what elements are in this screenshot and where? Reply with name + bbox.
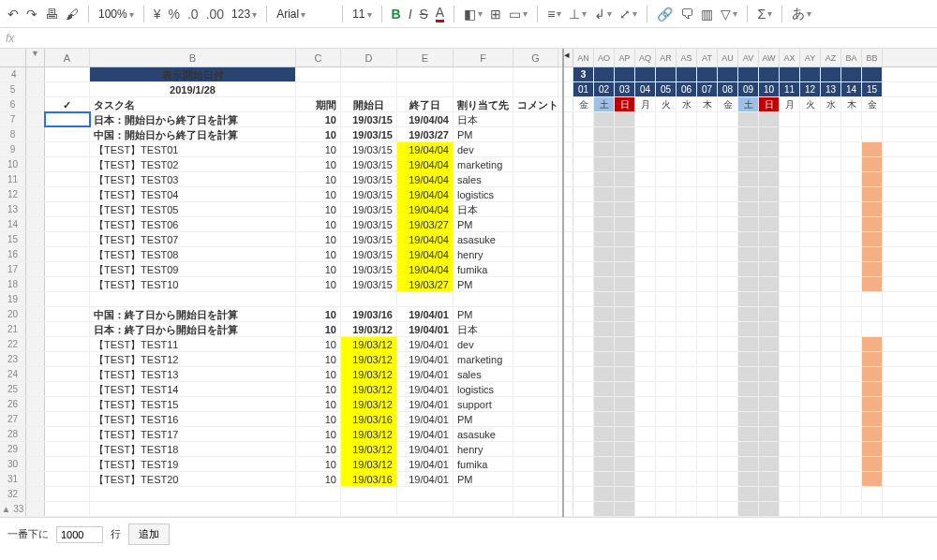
gantt-cell[interactable] [862,127,883,141]
formula-bar[interactable]: fx [0,28,937,49]
h-align-button[interactable]: ≡▾ [547,7,561,22]
period-cell[interactable]: 10 [296,427,341,441]
task-cell[interactable]: 【TEST】TEST06 [90,217,296,231]
gantt-cell[interactable] [780,277,800,291]
gantt-cell[interactable] [759,112,780,126]
comment-cell[interactable] [513,322,558,336]
col-header[interactable]: AO [594,49,615,66]
gantt-cell[interactable] [800,382,821,396]
assign-cell[interactable]: 日本 [454,322,513,336]
gantt-cell[interactable] [862,172,883,186]
gantt-cell[interactable] [821,247,841,261]
gantt-cell[interactable] [821,187,841,201]
assign-cell[interactable]: asasuke [454,427,513,441]
assign-cell[interactable]: fumika [454,262,513,276]
gantt-cell[interactable] [738,427,759,441]
gantt-cell[interactable] [615,187,635,201]
gantt-cell[interactable] [738,247,759,261]
cell[interactable] [45,277,90,291]
gantt-cell[interactable] [759,412,780,426]
gantt-cell[interactable] [718,427,738,441]
comment-cell[interactable] [513,427,558,441]
gantt-cell[interactable] [780,187,800,201]
gantt-cell[interactable] [821,337,841,351]
gantt-cell[interactable] [800,472,821,486]
start-date-cell[interactable]: 19/03/12 [341,427,397,441]
gantt-cell[interactable] [656,322,677,336]
gantt-cell[interactable] [841,217,862,231]
gantt-cell[interactable] [780,247,800,261]
gantt-cell[interactable] [780,472,800,486]
gantt-cell[interactable] [677,112,697,126]
redo-icon[interactable]: ↷ [26,7,37,22]
row-header[interactable]: 8 [0,127,26,141]
gantt-cell[interactable] [573,217,594,231]
gantt-cell[interactable] [615,232,635,246]
comment-cell[interactable] [513,127,558,141]
comment-cell[interactable] [513,307,558,321]
gantt-cell[interactable] [718,307,738,321]
period-cell[interactable]: 10 [296,412,341,426]
gantt-cell[interactable] [594,367,615,381]
gantt-cell[interactable] [635,157,656,171]
gantt-cell[interactable] [594,172,615,186]
period-cell[interactable]: 10 [296,352,341,366]
gantt-cell[interactable] [718,127,738,141]
gantt-cell[interactable] [841,412,862,426]
gantt-cell[interactable] [862,427,883,441]
gantt-cell[interactable] [697,367,718,381]
gantt-cell[interactable] [780,292,800,306]
gantt-cell[interactable] [635,382,656,396]
gantt-cell[interactable] [800,397,821,411]
gantt-cell[interactable] [718,172,738,186]
gantt-cell[interactable] [656,457,677,471]
period-cell[interactable]: 10 [296,217,341,231]
increase-decimal-icon[interactable]: .00 [206,7,224,22]
comment-cell[interactable] [513,232,558,246]
assign-cell[interactable]: 日本 [454,202,513,216]
gantt-cell[interactable] [615,322,635,336]
gantt-cell[interactable] [656,307,677,321]
gantt-cell[interactable] [594,382,615,396]
gantt-cell[interactable] [594,397,615,411]
gantt-cell[interactable] [759,442,780,456]
gantt-cell[interactable] [635,427,656,441]
gantt-cell[interactable] [780,157,800,171]
gantt-cell[interactable] [821,322,841,336]
gantt-cell[interactable] [862,472,883,486]
gantt-cell[interactable] [697,142,718,156]
gantt-cell[interactable] [718,457,738,471]
end-date-cell[interactable]: 19/03/27 [397,127,454,141]
paint-format-icon[interactable]: 🖌 [66,7,79,22]
start-date-cell[interactable]: 19/03/15 [341,232,397,246]
end-date-cell[interactable]: 19/04/04 [397,187,454,201]
start-date-cell[interactable]: 19/03/15 [341,217,397,231]
col-header[interactable]: AT [697,49,718,66]
gantt-cell[interactable] [800,487,821,501]
gantt-cell[interactable] [677,307,697,321]
gantt-cell[interactable] [738,442,759,456]
gantt-cell[interactable] [780,202,800,216]
gantt-cell[interactable] [656,232,677,246]
start-date-cell[interactable]: 19/03/12 [341,337,397,351]
end-date-cell[interactable]: 19/04/01 [397,427,454,441]
gantt-cell[interactable] [594,442,615,456]
fontsize-select[interactable]: 11▾ [352,7,371,21]
gantt-cell[interactable] [718,187,738,201]
font-select[interactable]: Arial▾ [276,7,333,21]
cell[interactable] [45,472,90,486]
period-cell[interactable]: 10 [296,202,341,216]
gantt-cell[interactable] [759,352,780,366]
undo-icon[interactable]: ↶ [7,7,19,22]
cell[interactable] [45,352,90,366]
start-date-cell[interactable]: 19/03/16 [341,472,397,486]
gantt-cell[interactable] [841,292,862,306]
gantt-cell[interactable] [677,202,697,216]
gantt-cell[interactable] [841,157,862,171]
gantt-cell[interactable] [862,487,883,501]
col-header[interactable]: BA [841,49,862,66]
gantt-cell[interactable] [738,457,759,471]
start-date-cell[interactable]: 19/03/15 [341,262,397,276]
period-cell[interactable]: 10 [296,397,341,411]
gantt-cell[interactable] [594,202,615,216]
